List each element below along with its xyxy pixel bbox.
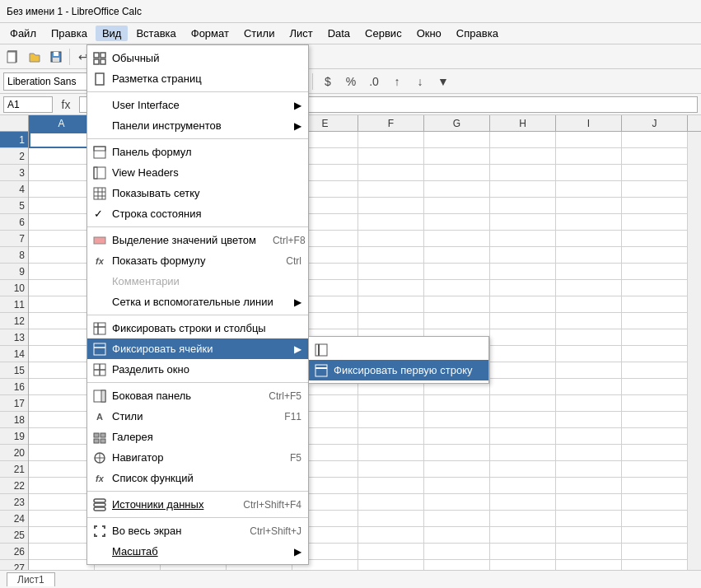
row-num-25[interactable]: 25 <box>0 527 28 544</box>
menu-item-normal[interactable]: Обычный <box>87 48 308 68</box>
save-btn[interactable] <box>46 47 66 67</box>
cell-A14[interactable] <box>29 346 95 362</box>
row-num-13[interactable]: 13 <box>0 329 28 346</box>
cell-I17[interactable] <box>556 395 622 412</box>
row-num-10[interactable]: 10 <box>0 280 28 296</box>
menu-help[interactable]: Справка <box>450 26 505 41</box>
cell-A8[interactable] <box>29 247 95 264</box>
cell-G10[interactable] <box>424 280 490 296</box>
cell-G11[interactable] <box>424 296 490 313</box>
cell-F7[interactable] <box>358 231 424 247</box>
cell-G6[interactable] <box>424 214 490 231</box>
menu-item-grid-lines[interactable]: Сетка и вспомогательные линии ▶ <box>87 292 308 312</box>
cell-F20[interactable] <box>358 445 424 461</box>
percent-btn[interactable]: % <box>341 72 361 91</box>
cell-J26[interactable] <box>622 544 688 560</box>
cell-G26[interactable] <box>424 544 490 560</box>
cell-H22[interactable] <box>490 478 556 494</box>
cell-J22[interactable] <box>622 478 688 494</box>
cell-A27[interactable] <box>29 560 95 570</box>
cell-H18[interactable] <box>490 412 556 428</box>
cell-J4[interactable] <box>622 181 688 198</box>
row-num-27[interactable]: 27 <box>0 560 28 570</box>
cell-F6[interactable] <box>358 214 424 231</box>
cell-F27[interactable] <box>358 560 424 570</box>
menu-format[interactable]: Формат <box>185 26 236 41</box>
cell-H26[interactable] <box>490 544 556 560</box>
menu-window[interactable]: Окно <box>410 26 448 41</box>
cell-A3[interactable] <box>29 165 95 181</box>
cell-J1[interactable] <box>622 132 688 148</box>
cell-A25[interactable] <box>29 527 95 544</box>
row-num-7[interactable]: 7 <box>0 231 28 247</box>
cell-I15[interactable] <box>556 362 622 379</box>
cell-I19[interactable] <box>556 428 622 445</box>
cell-H1[interactable] <box>490 132 556 148</box>
row-num-2[interactable]: 2 <box>0 148 28 165</box>
row-num-12[interactable]: 12 <box>0 313 28 329</box>
menu-item-navigator[interactable]: Навигатор F5 <box>87 447 308 468</box>
menu-item-show-formula[interactable]: fx Показать формулу Ctrl <box>87 250 308 271</box>
cell-J20[interactable] <box>622 445 688 461</box>
cell-J25[interactable] <box>622 527 688 544</box>
menu-item-toolbars[interactable]: Панели инструментов ▶ <box>87 115 308 136</box>
cell-H6[interactable] <box>490 214 556 231</box>
new-btn[interactable] <box>3 47 23 67</box>
cell-J23[interactable] <box>622 494 688 511</box>
cell-H23[interactable] <box>490 494 556 511</box>
cell-I24[interactable] <box>556 511 622 527</box>
menu-tools[interactable]: Сервис <box>358 26 409 41</box>
menu-item-page-layout[interactable]: Разметка страниц <box>87 68 308 89</box>
cell-G12[interactable] <box>424 313 490 329</box>
cell-G5[interactable] <box>424 198 490 214</box>
cell-F8[interactable] <box>358 247 424 264</box>
cell-I22[interactable] <box>556 478 622 494</box>
cell-A16[interactable] <box>29 379 95 395</box>
row-num-5[interactable]: 5 <box>0 198 28 214</box>
cell-G8[interactable] <box>424 247 490 264</box>
row-num-21[interactable]: 21 <box>0 461 28 478</box>
row-num-16[interactable]: 16 <box>0 379 28 395</box>
cell-F3[interactable] <box>358 165 424 181</box>
cell-I9[interactable] <box>556 264 622 280</box>
cell-G19[interactable] <box>424 428 490 445</box>
cell-G22[interactable] <box>424 478 490 494</box>
row-num-23[interactable]: 23 <box>0 494 28 511</box>
row-num-20[interactable]: 20 <box>0 445 28 461</box>
cell-I25[interactable] <box>556 527 622 544</box>
cell-I4[interactable] <box>556 181 622 198</box>
cell-J5[interactable] <box>622 198 688 214</box>
row-num-3[interactable]: 3 <box>0 165 28 181</box>
cell-F2[interactable] <box>358 148 424 165</box>
cell-G25[interactable] <box>424 527 490 544</box>
menu-item-freeze-cells[interactable]: Фиксировать ячейки ▶ Фиксировать первый … <box>87 338 308 359</box>
menu-item-highlight-values[interactable]: Выделение значений цветом Ctrl+F8 <box>87 230 308 250</box>
row-num-14[interactable]: 14 <box>0 346 28 362</box>
cell-H10[interactable] <box>490 280 556 296</box>
cell-J15[interactable] <box>622 362 688 379</box>
cell-G23[interactable] <box>424 494 490 511</box>
menu-item-user-interface[interactable]: User Interface ▶ <box>87 95 308 115</box>
cell-J19[interactable] <box>622 428 688 445</box>
cell-I13[interactable] <box>556 329 622 346</box>
cell-I21[interactable] <box>556 461 622 478</box>
cell-I10[interactable] <box>556 280 622 296</box>
formula-fx-btn[interactable]: fx <box>56 95 76 114</box>
cell-G24[interactable] <box>424 511 490 527</box>
cell-J24[interactable] <box>622 511 688 527</box>
menu-item-view-headers[interactable]: View Headers <box>87 162 308 183</box>
cell-I8[interactable] <box>556 247 622 264</box>
cell-F5[interactable] <box>358 198 424 214</box>
menu-item-gallery[interactable]: Галерея <box>87 427 308 447</box>
cell-A5[interactable] <box>29 198 95 214</box>
cell-J2[interactable] <box>622 148 688 165</box>
freeze-first-row[interactable]: Фиксировать первую строку <box>309 360 488 380</box>
cell-J9[interactable] <box>622 264 688 280</box>
row-num-19[interactable]: 19 <box>0 428 28 445</box>
cell-G18[interactable] <box>424 412 490 428</box>
open-btn[interactable] <box>25 47 44 67</box>
row-num-9[interactable]: 9 <box>0 264 28 280</box>
cell-I20[interactable] <box>556 445 622 461</box>
cell-H5[interactable] <box>490 198 556 214</box>
cell-A7[interactable] <box>29 231 95 247</box>
